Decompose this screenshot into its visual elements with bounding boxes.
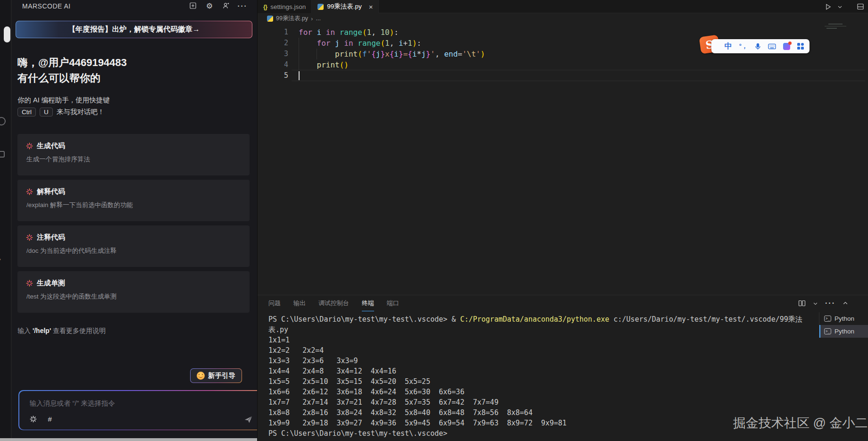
terminal-profile-chevron-icon[interactable] xyxy=(813,301,818,306)
bottom-edge xyxy=(0,438,257,441)
line-number: 3 xyxy=(262,49,288,59)
ime-skin-icon[interactable] xyxy=(783,43,790,50)
help-prefix: 输入 xyxy=(17,327,33,334)
breadcrumb[interactable]: 99乘法表.py › ... xyxy=(258,13,868,24)
account-icon[interactable] xyxy=(222,1,230,10)
indent-guide xyxy=(317,49,317,59)
annual-report-banner[interactable]: 【年度报告】出炉，解锁专属代码徽章→ xyxy=(16,21,252,38)
card-title: 生成代码 xyxy=(37,141,65,150)
panel-tab-调试控制台[interactable]: 调试控制台 xyxy=(318,295,349,311)
terminal-label: Python xyxy=(835,315,854,322)
tab-label: settings.json xyxy=(270,3,306,10)
json-file-icon: {} xyxy=(263,3,267,10)
greeting-line1: 嗨，@用户4469194483 xyxy=(17,55,127,70)
terminal-list-item-2[interactable]: >_Python xyxy=(819,325,868,338)
split-terminal-icon[interactable] xyxy=(798,300,806,307)
greeting: 嗨，@用户4469194483 有什么可以帮你的 xyxy=(17,55,127,86)
help-suffix: 查看更多使用说明 xyxy=(51,327,106,334)
maximize-panel-chevron-icon[interactable] xyxy=(843,300,848,306)
sidebar-header: MARSCODE AI ⚙··· xyxy=(12,0,257,12)
vscode-window: › MARSCODE AI ⚙··· 【年度报告】出炉，解锁专属代码徽章→ 嗨，… xyxy=(0,0,868,441)
onboarding-button[interactable]: 新手引导 xyxy=(190,368,242,383)
terminal-list: >_Python>_Python xyxy=(819,312,868,338)
chat-input-box: 输入消息或者 “/” 来选择指令 # xyxy=(18,390,262,430)
code-editor[interactable]: 1for i in range(1, 10):2 for j in range(… xyxy=(258,24,868,295)
shortcut-suffix: 来与我对话吧！ xyxy=(57,108,105,116)
annual-report-banner-text: 【年度报告】出炉，解锁专属代码徽章→ xyxy=(16,21,252,38)
toggle-panel-icon[interactable] xyxy=(857,3,864,10)
new-chat-icon[interactable] xyxy=(189,1,197,10)
panel-more-icon[interactable]: ··· xyxy=(825,299,835,308)
onboarding-button-label: 新手引导 xyxy=(208,371,235,380)
terminal-label: Python xyxy=(835,328,854,335)
terminal-output[interactable]: PS C:\Users\Dario\my-test\my-test\.vscod… xyxy=(268,314,802,439)
prompt-card-1[interactable]: 生成代码生成一个冒泡排序算法 xyxy=(17,134,250,175)
run-python-file-icon[interactable] xyxy=(825,3,832,10)
card-title: 注释代码 xyxy=(37,233,65,242)
code-line-1[interactable]: 1for i in range(1, 10): xyxy=(258,27,868,38)
tab-label: 99乘法表.py xyxy=(327,2,362,11)
editor-tab-settings.json[interactable]: {}settings.json xyxy=(258,0,312,13)
line-number: 2 xyxy=(262,38,288,49)
shortcut-row: Ctrl U 来与我对话吧！ xyxy=(17,108,104,116)
panel-tab-终端[interactable]: 终端 xyxy=(362,295,374,311)
terminal-icon: >_ xyxy=(824,316,831,322)
more-actions-icon[interactable]: ··· xyxy=(238,1,247,10)
spark-icon xyxy=(26,142,33,150)
card-title: 解释代码 xyxy=(37,187,65,196)
activity-indicator xyxy=(4,26,10,42)
ime-keyboard-icon[interactable] xyxy=(768,43,776,50)
ime-chinese-mode-icon[interactable]: 中 xyxy=(725,42,732,51)
chat-input[interactable]: 输入消息或者 “/” 来选择指令 xyxy=(30,399,115,408)
help-hint: 输入 '/help' 查看更多使用说明 xyxy=(17,327,106,335)
prompt-card-3[interactable]: 注释代码/doc 为当前选中的代码生成注释 xyxy=(17,225,250,267)
greeting-line2: 有什么可以帮你的 xyxy=(17,70,127,86)
ime-toolbox-icon[interactable] xyxy=(797,43,804,50)
breadcrumb-more[interactable]: ... xyxy=(316,15,320,22)
card-title: 生成单测 xyxy=(37,279,65,288)
line-number: 1 xyxy=(262,27,288,38)
quick-command-icon[interactable] xyxy=(30,416,37,423)
python-file-icon xyxy=(267,16,273,22)
python-file-icon xyxy=(317,4,324,10)
assistant-subtitle: 你的 AI 编程助手，使用快捷键 xyxy=(17,96,110,105)
clipped-icon xyxy=(0,117,6,125)
terminal-list-item-1[interactable]: >_Python xyxy=(819,312,868,325)
marscode-sidebar: MARSCODE AI ⚙··· 【年度报告】出炉，解锁专属代码徽章→ 嗨，@用… xyxy=(12,0,257,441)
close-icon[interactable]: × xyxy=(369,3,373,11)
help-command: '/help' xyxy=(33,327,51,334)
editor-tab-99乘法表.py[interactable]: 99乘法表.py× xyxy=(312,0,379,13)
ime-toolbar: 中°， xyxy=(711,39,810,53)
panel-tab-端口[interactable]: 端口 xyxy=(387,295,399,311)
code-line-5[interactable]: 5 xyxy=(258,70,868,81)
activity-bar: › xyxy=(0,0,11,441)
panel-tab-输出[interactable]: 输出 xyxy=(293,295,306,311)
chevron-right-icon: › xyxy=(0,255,1,263)
send-icon[interactable] xyxy=(244,415,253,424)
spark-icon xyxy=(26,280,33,287)
terminal-icon: >_ xyxy=(824,328,831,334)
card-description: /explain 解释一下当前选中函数的功能 xyxy=(26,201,241,209)
code-line-4[interactable]: 4 print() xyxy=(258,59,868,70)
settings-icon[interactable]: ⚙ xyxy=(205,1,214,10)
card-description: 生成一个冒泡排序算法 xyxy=(26,155,241,164)
clipped-icon xyxy=(0,151,5,158)
chevron-right-icon: › xyxy=(311,15,313,22)
card-description: /doc 为当前选中的代码生成注释 xyxy=(26,247,241,255)
hug-emoji-icon xyxy=(197,372,205,380)
editor-region: {}settings.json99乘法表.py× 99乘法表.py › ... … xyxy=(257,0,868,441)
ime-voice-icon[interactable] xyxy=(755,43,761,50)
panel-tab-问题[interactable]: 问题 xyxy=(268,295,281,311)
run-dropdown-chevron-icon[interactable] xyxy=(837,4,843,9)
ctrl-key: Ctrl xyxy=(17,108,36,116)
context-hash-button[interactable]: # xyxy=(48,415,52,423)
prompt-card-2[interactable]: 解释代码/explain 解释一下当前选中函数的功能 xyxy=(17,180,250,221)
panel-title: MARSCODE AI xyxy=(22,2,71,10)
spark-icon xyxy=(26,188,33,195)
text-cursor xyxy=(299,71,300,80)
ime-punctuation-icon[interactable]: °， xyxy=(739,42,748,50)
card-description: /test 为这段选中的函数生成单测 xyxy=(26,292,241,301)
breadcrumb-file[interactable]: 99乘法表.py xyxy=(276,15,308,23)
u-key: U xyxy=(40,108,53,116)
prompt-card-4[interactable]: 生成单测/test 为这段选中的函数生成单测 xyxy=(17,271,250,313)
